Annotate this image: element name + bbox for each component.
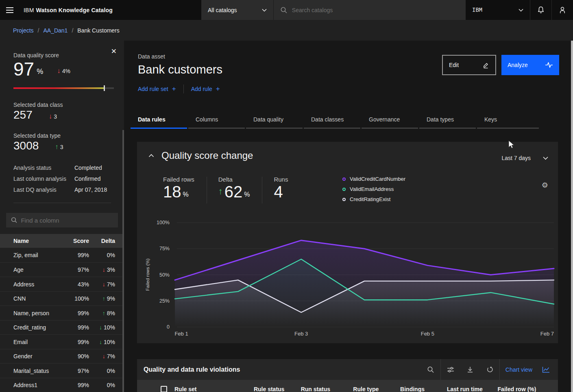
table-row[interactable]: Zip, email99%0% <box>0 248 124 262</box>
close-icon[interactable]: ✕ <box>111 48 117 55</box>
data-class-value: 257 <box>13 108 33 122</box>
tab-governance[interactable]: Governance <box>362 114 418 129</box>
refresh-button[interactable] <box>480 359 499 380</box>
data-quality-sidebar: ✕ Data quality score 97 % ↓ 4% Selected … <box>0 41 124 392</box>
delta-value: 10% <box>104 324 115 331</box>
breadcrumb-separator: / <box>72 27 73 34</box>
legend-ring-icon <box>342 188 346 191</box>
notifications-button[interactable] <box>530 0 551 20</box>
col-header-name: Name <box>0 238 64 244</box>
column-name: CNN <box>0 295 64 302</box>
breadcrumb-link[interactable]: AA_Dan1 <box>43 27 68 34</box>
filter-button[interactable] <box>441 359 460 380</box>
table-row[interactable]: Email99%↓10% <box>0 334 124 349</box>
column-delta: ↓3% <box>89 266 124 273</box>
analyze-button[interactable]: Analyze <box>501 55 559 75</box>
violations-column-header: Run status <box>301 386 353 392</box>
profile-button[interactable] <box>551 0 573 20</box>
breadcrumb-link[interactable]: Projects <box>13 27 34 34</box>
chart-view-label: Chart view <box>505 366 532 373</box>
time-range-dropdown[interactable]: Last 7 days <box>501 155 548 161</box>
plus-icon: + <box>172 85 176 93</box>
account-dropdown[interactable]: IBM <box>466 0 530 20</box>
gear-icon[interactable]: ⚙ <box>542 182 548 189</box>
stat-label: Failed rows <box>163 176 194 183</box>
stat-delta: Delta ↑ 62 % <box>218 176 262 200</box>
filter-sliders-icon <box>447 366 454 373</box>
table-row[interactable]: Credit_rating99%↓10% <box>0 320 124 335</box>
table-row[interactable]: Address43%↓7% <box>0 277 124 291</box>
search-input[interactable] <box>292 7 459 13</box>
search-button[interactable] <box>421 359 440 380</box>
chart-title: Quality score change <box>161 150 253 161</box>
chart-view-toggle[interactable]: Chart view <box>500 359 558 380</box>
stat-value: 62 <box>224 184 243 200</box>
column-delta: ↑8% <box>89 310 124 316</box>
score-marker <box>104 85 105 91</box>
legend-ring-icon <box>342 178 346 181</box>
legend-item[interactable]: CreditRatingExist <box>342 196 405 202</box>
tab-data-rules[interactable]: Data rules <box>131 114 187 129</box>
chart-legend: ValidCreditCardNumberValidEmailAddressCr… <box>342 176 405 202</box>
violations-card: Quality and data rule violations Chart v… <box>137 359 558 392</box>
delta-value: 0% <box>107 368 115 374</box>
tab-data-types[interactable]: Data types <box>419 114 476 129</box>
violations-column-header: Failed row (%) <box>498 386 558 392</box>
table-row[interactable]: Name, person99%↑8% <box>0 305 124 320</box>
column-score: 99% <box>64 382 89 388</box>
download-icon <box>466 366 474 373</box>
table-row[interactable]: Address199%0% <box>0 378 124 392</box>
tab-data-classes[interactable]: Data classes <box>304 114 360 129</box>
main-content: Data asset Bank customers Add rule set +… <box>124 41 573 392</box>
quality-score-delta: ↓ 4% <box>57 67 70 79</box>
legend-item[interactable]: ValidCreditCardNumber <box>342 176 405 182</box>
y-tick-label: 50% <box>159 272 170 278</box>
add-rule-set-link[interactable]: Add rule set + <box>138 85 176 93</box>
tab-label: Data rules <box>131 114 187 123</box>
download-button[interactable] <box>460 359 480 380</box>
data-class-delta: ↓ 3 <box>49 113 57 122</box>
table-row[interactable]: Age97%↓3% <box>0 262 124 277</box>
legend-item[interactable]: ValidEmailAddress <box>342 186 405 192</box>
add-rule-label: Add rule <box>191 86 212 92</box>
status-label: Last column analysis <box>13 175 74 182</box>
tab-keys[interactable]: Keys <box>477 114 539 129</box>
time-range-label: Last 7 days <box>501 155 531 161</box>
select-all-checkbox[interactable] <box>161 386 167 392</box>
column-name: Email <box>0 339 64 345</box>
quality-score-unit: % <box>37 67 43 79</box>
find-column-input[interactable] <box>21 217 113 224</box>
tab-label: Governance <box>362 114 418 123</box>
collapse-chevron-icon[interactable] <box>148 154 154 158</box>
legend-label: ValidCreditCardNumber <box>350 176 405 182</box>
column-score: 99% <box>64 310 89 316</box>
tab-bar: Data rulesColumnsData qualityData classe… <box>131 114 539 129</box>
data-type-delta: ↑ 3 <box>55 143 63 152</box>
chart-stats: Failed rows 18 % Delta ↑ 62 % Runs 4 <box>163 176 300 204</box>
delta-value: 9% <box>107 295 115 302</box>
edit-button[interactable]: Edit <box>442 55 496 75</box>
asset-eyebrow: Data asset <box>138 53 165 60</box>
data-type-value: 3008 <box>13 139 39 153</box>
arrow-down-icon: ↓ <box>49 113 52 121</box>
catalogs-dropdown[interactable]: All catalogs <box>201 0 274 20</box>
delta-value: 8% <box>107 310 115 316</box>
tab-underline <box>131 128 187 129</box>
tab-columns[interactable]: Columns <box>188 114 245 129</box>
arrow-down-icon: ↓ <box>102 353 105 360</box>
table-row[interactable]: Gender90%↓7% <box>0 349 124 364</box>
columns-table-header: Name Score Delta <box>0 234 124 248</box>
tab-data-quality[interactable]: Data quality <box>246 114 303 129</box>
table-row[interactable]: Marital_status97%0% <box>0 363 124 378</box>
violations-column-header: Last run time <box>447 386 498 392</box>
delta-value: 7% <box>107 353 115 360</box>
quality-score-delta-value: 4% <box>62 68 70 74</box>
legend-label: ValidEmailAddress <box>350 186 394 192</box>
menu-icon[interactable] <box>0 0 20 20</box>
search-icon <box>11 217 17 223</box>
page-scrollbar[interactable] <box>571 41 573 392</box>
tab-label: Data types <box>419 114 476 123</box>
add-rule-link[interactable]: Add rule + <box>191 85 220 93</box>
line-chart-icon <box>542 366 550 373</box>
table-row[interactable]: CNN100%↑9% <box>0 291 124 306</box>
